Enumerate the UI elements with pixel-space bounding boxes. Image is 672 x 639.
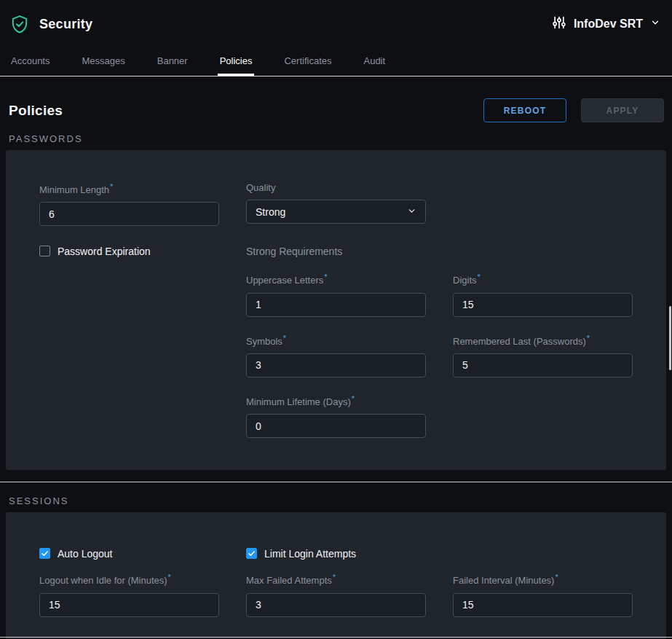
section-divider xyxy=(0,482,672,482)
strong-requirements-label: Strong Requirements xyxy=(246,246,342,257)
tab-banner[interactable]: Banner xyxy=(155,48,190,76)
required-marker: * xyxy=(283,334,286,342)
symbols-label: Symbols* xyxy=(246,334,426,347)
max-failed-attempts-input[interactable] xyxy=(246,593,426,617)
vertical-scrollbar-thumb[interactable] xyxy=(669,306,671,370)
tune-sliders-icon xyxy=(552,15,566,33)
remembered-last-label: Remembered Last (Passwords)* xyxy=(453,334,633,347)
action-buttons: REBOOT APPLY xyxy=(483,98,664,122)
required-marker: * xyxy=(168,573,171,581)
tab-messages[interactable]: Messages xyxy=(79,48,127,76)
logout-idle-input[interactable] xyxy=(39,593,219,617)
tab-policies[interactable]: Policies xyxy=(218,48,255,76)
tab-certificates[interactable]: Certificates xyxy=(282,48,333,76)
title-row: Policies REBOOT APPLY xyxy=(9,98,664,122)
logout-idle-label: Logout when Idle for (Minutes)* xyxy=(39,573,219,586)
uppercase-letters-label: Uppercase Letters* xyxy=(246,273,426,286)
reboot-button[interactable]: REBOOT xyxy=(483,98,566,122)
checkbox-checked-icon xyxy=(246,548,257,559)
required-marker: * xyxy=(110,182,113,191)
required-marker: * xyxy=(324,273,327,281)
security-shield-icon xyxy=(10,13,31,35)
chevron-down-icon xyxy=(650,17,660,31)
quality-label: Quality xyxy=(246,182,426,193)
passwords-section-label: PASSWORDS xyxy=(9,133,672,144)
password-expiration-label: Password Expiration xyxy=(58,246,151,257)
device-name: InfoDev SRT xyxy=(574,17,643,31)
required-marker: * xyxy=(478,273,481,281)
required-marker: * xyxy=(333,573,336,581)
minimum-length-label: Minimum Length* xyxy=(39,182,219,195)
failed-interval-label: Failed Interval (Minutes)* xyxy=(453,573,633,586)
quality-select[interactable]: Strong xyxy=(246,200,426,224)
max-failed-attempts-label: Max Failed Attempts* xyxy=(246,573,426,586)
passwords-card: Minimum Length* Quality Strong Password … xyxy=(6,150,666,470)
password-expiration-checkbox[interactable]: Password Expiration xyxy=(39,245,219,257)
auto-logout-checkbox[interactable]: Auto Logout xyxy=(39,547,219,560)
app-title: Security xyxy=(39,17,92,32)
quality-selected-value: Strong xyxy=(256,206,285,218)
minimum-lifetime-label: Minimum Lifetime (Days)* xyxy=(246,394,426,407)
auto-logout-label: Auto Logout xyxy=(58,548,113,560)
digits-label: Digits* xyxy=(453,273,633,286)
device-selector[interactable]: InfoDev SRT xyxy=(552,15,660,33)
required-marker: * xyxy=(587,334,590,342)
app-header: Security InfoDev SRT xyxy=(0,0,672,48)
tab-audit[interactable]: Audit xyxy=(361,48,387,76)
bottom-divider xyxy=(0,637,672,638)
failed-interval-input[interactable] xyxy=(453,593,633,617)
checkbox-unchecked-icon xyxy=(39,246,50,256)
sessions-section-label: SESSIONS xyxy=(9,495,672,506)
tab-accounts[interactable]: Accounts xyxy=(9,48,52,76)
uppercase-letters-input[interactable] xyxy=(246,293,426,317)
page-title: Policies xyxy=(9,103,63,119)
chevron-down-icon xyxy=(407,206,416,218)
apply-button[interactable]: APPLY xyxy=(581,98,664,122)
minimum-length-input[interactable] xyxy=(39,202,219,226)
limit-login-attempts-checkbox[interactable]: Limit Login Attempts xyxy=(246,547,426,560)
sessions-card: Auto Logout Limit Login Attempts Logout … xyxy=(6,512,666,639)
symbols-input[interactable] xyxy=(246,353,426,377)
required-marker: * xyxy=(352,394,355,403)
limit-login-attempts-label: Limit Login Attempts xyxy=(264,548,356,560)
tab-bar: Accounts Messages Banner Policies Certif… xyxy=(0,48,672,77)
digits-input[interactable] xyxy=(453,293,633,317)
minimum-lifetime-input[interactable] xyxy=(246,414,426,438)
required-marker: * xyxy=(555,573,558,581)
checkbox-checked-icon xyxy=(39,548,50,559)
remembered-last-input[interactable] xyxy=(453,353,633,377)
